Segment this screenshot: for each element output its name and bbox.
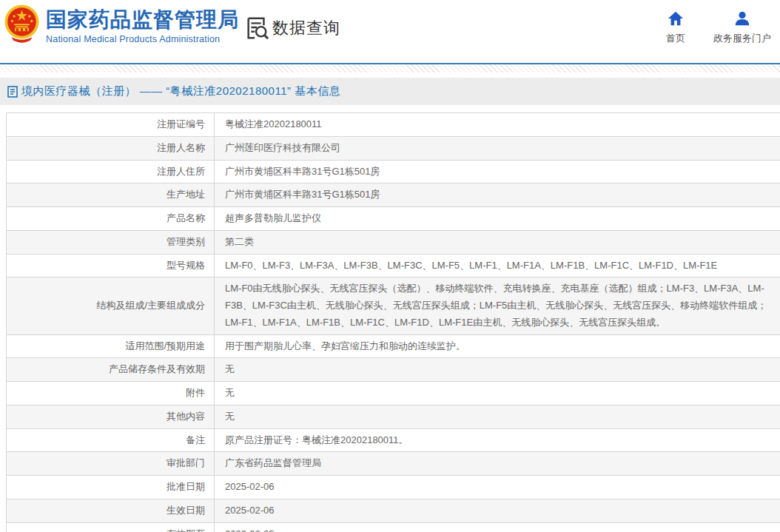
row-value: 广州市黄埔区科丰路31号G1栋501房 bbox=[215, 183, 780, 207]
table-row: 管理类别第二类 bbox=[7, 230, 780, 254]
row-value: 2025-02-06 bbox=[215, 499, 780, 522]
row-value: LM-F0、LM-F3、LM-F3A、LM-F3B、LM-F3C、LM-F5、L… bbox=[215, 254, 780, 277]
table-row: 生产地址广州市黄埔区科丰路31号G1栋501房 bbox=[7, 183, 780, 207]
table-row: 有效期至2030-02-05 bbox=[7, 522, 780, 532]
row-label: 批准日期 bbox=[7, 476, 215, 499]
row-label: 型号规格 bbox=[7, 254, 215, 277]
row-value: LM-F0由无线胎心探头、无线宫压探头（选配）、移动终端软件、充电转换座、充电基… bbox=[215, 277, 780, 334]
row-label: 注册证编号 bbox=[7, 113, 215, 137]
site-brand: 国家药品监督管理局 National Medical Products Admi… bbox=[46, 8, 239, 44]
row-label: 管理类别 bbox=[7, 230, 215, 254]
row-label: 生效日期 bbox=[7, 499, 215, 522]
table-row: 结构及组成/主要组成成分LM-F0由无线胎心探头、无线宫压探头（选配）、移动终端… bbox=[7, 277, 780, 334]
breadcrumb[interactable]: 境内医疗器械（注册） —— “粤械注准20202180011” 基本信息 bbox=[0, 78, 780, 105]
site-title-en: National Medical Products Administration bbox=[46, 34, 239, 44]
table-row: 注册人住所广州市黄埔区科丰路31号G1栋501房 bbox=[7, 160, 780, 183]
user-icon bbox=[734, 10, 750, 27]
row-value: 无 bbox=[215, 382, 780, 405]
table-row: 产品名称超声多普勒胎儿监护仪 bbox=[7, 207, 780, 231]
row-value: 广东省药品监督管理局 bbox=[215, 452, 780, 476]
row-value: 2030-02-05 bbox=[215, 522, 780, 532]
nav-gov-portal-label: 政务服务门户 bbox=[713, 32, 771, 45]
row-label: 适用范围/预期用途 bbox=[7, 334, 215, 358]
top-nav: 首页 政务服务门户 bbox=[666, 10, 771, 45]
row-value: 2025-02-06 bbox=[215, 476, 780, 499]
table-row: 注册人名称广州莲印医疗科技有限公司 bbox=[7, 136, 780, 160]
row-value: 超声多普勒胎儿监护仪 bbox=[215, 207, 780, 231]
table-row: 产品储存条件及有效期无 bbox=[7, 358, 780, 382]
row-label: 生产地址 bbox=[7, 183, 215, 207]
row-value: 粤械注准20202180011 bbox=[215, 113, 780, 137]
row-label: 结构及组成/主要组成成分 bbox=[7, 277, 215, 334]
table-row: 注册证编号粤械注准20202180011 bbox=[7, 113, 780, 137]
data-query-label: 数据查询 bbox=[272, 17, 340, 39]
national-emblem-logo bbox=[4, 4, 39, 45]
row-label: 注册人名称 bbox=[7, 136, 215, 160]
registration-info-table: 注册证编号粤械注准20202180011注册人名称广州莲印医疗科技有限公司注册人… bbox=[6, 112, 780, 532]
row-label: 产品储存条件及有效期 bbox=[7, 358, 215, 382]
row-value: 原产品注册证号：粤械注准20202180011。 bbox=[215, 428, 780, 452]
table-row: 附件无 bbox=[7, 382, 780, 405]
registration-info-table-wrap: 注册证编号粤械注准20202180011注册人名称广州莲印医疗科技有限公司注册人… bbox=[6, 112, 780, 532]
table-row: 审批部门广东省药品监督管理局 bbox=[7, 452, 780, 476]
document-icon bbox=[7, 86, 18, 98]
data-query-icon bbox=[244, 16, 269, 41]
row-label: 其他内容 bbox=[7, 405, 215, 428]
row-value: 用于围产期胎儿心率、孕妇宫缩压力和胎动的连续监护。 bbox=[215, 334, 780, 358]
row-value: 广州莲印医疗科技有限公司 bbox=[215, 136, 780, 160]
breadcrumb-title: 境内医疗器械（注册） —— “粤械注准20202180011” 基本信息 bbox=[21, 84, 340, 98]
row-label: 备注 bbox=[7, 428, 215, 452]
row-label: 审批部门 bbox=[7, 452, 215, 476]
hatch-band bbox=[0, 64, 780, 73]
row-label: 产品名称 bbox=[7, 207, 215, 231]
row-value: 第二类 bbox=[215, 230, 780, 254]
nav-home-label: 首页 bbox=[666, 32, 685, 45]
table-row: 备注原产品注册证号：粤械注准20202180011。 bbox=[7, 428, 780, 452]
site-title-zh: 国家药品监督管理局 bbox=[46, 8, 239, 32]
table-row: 生效日期2025-02-06 bbox=[7, 499, 780, 522]
info-table-body: 注册证编号粤械注准20202180011注册人名称广州莲印医疗科技有限公司注册人… bbox=[7, 113, 780, 532]
spacer bbox=[0, 73, 780, 78]
row-label: 附件 bbox=[7, 382, 215, 405]
row-label: 注册人住所 bbox=[7, 160, 215, 183]
row-value: 广州市黄埔区科丰路31号G1栋501房 bbox=[215, 160, 780, 183]
table-row: 适用范围/预期用途用于围产期胎儿心率、孕妇宫缩压力和胎动的连续监护。 bbox=[7, 334, 780, 358]
table-row: 批准日期2025-02-06 bbox=[7, 476, 780, 499]
row-value: 无 bbox=[215, 358, 780, 382]
page-header: 国家药品监督管理局 National Medical Products Admi… bbox=[0, 0, 780, 63]
row-label: 有效期至 bbox=[7, 522, 215, 532]
data-query-section[interactable]: 数据查询 bbox=[244, 16, 340, 41]
table-row: 其他内容无 bbox=[7, 405, 780, 428]
home-icon bbox=[668, 10, 684, 27]
nav-home[interactable]: 首页 bbox=[666, 10, 685, 45]
table-row: 型号规格LM-F0、LM-F3、LM-F3A、LM-F3B、LM-F3C、LM-… bbox=[7, 254, 780, 277]
nav-gov-portal[interactable]: 政务服务门户 bbox=[713, 10, 771, 45]
row-value: 无 bbox=[215, 405, 780, 428]
